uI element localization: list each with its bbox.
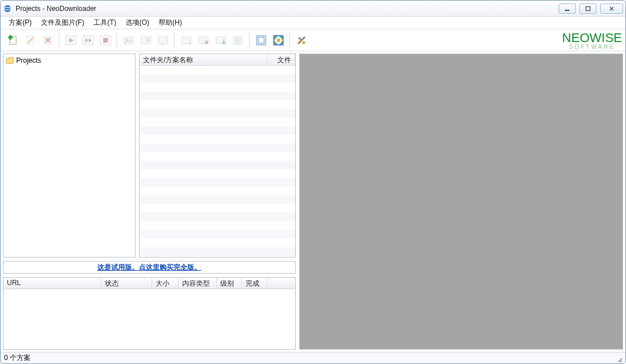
panes: Projects 文件夹/方案名称 文件 这是试用版。点这里购买完全版。 — [1, 51, 625, 352]
svg-rect-14 — [159, 37, 168, 44]
list-col-name[interactable]: 文件夹/方案名称 — [139, 54, 267, 65]
view-image-button[interactable] — [120, 32, 137, 48]
dl-col-size[interactable]: 大小 — [152, 278, 179, 289]
dl-col-ctype[interactable]: 内容类型 — [179, 278, 217, 289]
settings-button[interactable] — [293, 32, 310, 48]
export-image-button[interactable] — [213, 32, 229, 48]
dl-col-level[interactable]: 级别 — [217, 278, 242, 289]
trial-link[interactable]: 这是试用版。点这里购买完全版。 — [97, 263, 201, 272]
titlebar: Projects - NeoDownloader — [1, 1, 625, 17]
svg-rect-2 — [565, 10, 570, 11]
svg-rect-21 — [239, 41, 242, 44]
svg-point-0 — [4, 5, 11, 12]
thumbnails-button[interactable] — [230, 32, 246, 48]
menu-options[interactable]: 选项(O) — [121, 17, 154, 29]
window-controls — [559, 3, 623, 14]
svg-point-26 — [303, 41, 306, 44]
open-image-button[interactable] — [178, 32, 194, 48]
resize-grip-icon[interactable] — [614, 354, 622, 362]
browse-images-button[interactable] — [138, 32, 154, 48]
app-icon — [3, 4, 12, 13]
fullscreen-button[interactable] — [270, 32, 286, 48]
filter-button[interactable] — [253, 32, 269, 48]
downloads-pane[interactable]: URL 状态 大小 内容类型 级别 完成 — [3, 277, 296, 350]
svg-rect-10 — [103, 38, 108, 43]
menu-plan[interactable]: 方案(P) — [4, 17, 36, 29]
start-button[interactable] — [63, 32, 79, 48]
menu-help[interactable]: 帮助(H) — [154, 17, 187, 29]
delete-image-button[interactable] — [195, 32, 212, 48]
status-text: 0 个方案 — [4, 353, 31, 363]
svg-rect-20 — [234, 41, 237, 44]
menu-files[interactable]: 文件及图片(F) — [36, 17, 89, 29]
tree-root-node[interactable]: Projects — [6, 55, 133, 66]
project-tree-pane[interactable]: Projects — [3, 54, 135, 257]
slideshow-button[interactable] — [155, 32, 171, 48]
svg-rect-25 — [277, 39, 280, 42]
left-column: Projects 文件夹/方案名称 文件 这是试用版。点这里购买完全版。 — [3, 54, 296, 350]
svg-rect-3 — [586, 6, 590, 10]
list-col-file[interactable]: 文件 — [267, 54, 295, 65]
dl-col-status[interactable]: 状态 — [101, 278, 152, 289]
menubar: 方案(P) 文件及图片(F) 工具(T) 选项(O) 帮助(H) — [1, 17, 625, 29]
stop-button[interactable] — [97, 32, 114, 48]
dl-col-done[interactable]: 完成 — [242, 278, 267, 289]
list-header: 文件夹/方案名称 文件 — [139, 54, 295, 66]
preview-pane[interactable] — [299, 54, 623, 350]
tree-root-label: Projects — [16, 56, 41, 65]
window-title: Projects - NeoDownloader — [16, 5, 96, 13]
folder-icon — [6, 56, 14, 65]
svg-rect-18 — [234, 36, 237, 40]
close-button[interactable] — [600, 3, 623, 14]
downloads-header: URL 状态 大小 内容类型 级别 完成 — [3, 278, 295, 289]
menu-tools[interactable]: 工具(T) — [89, 17, 120, 29]
new-project-button[interactable] — [5, 32, 21, 48]
trial-bar: 这是试用版。点这里购买完全版。 — [3, 261, 296, 274]
edit-project-button[interactable] — [22, 32, 39, 48]
downloads-body[interactable] — [3, 289, 295, 349]
delete-project-button[interactable] — [40, 32, 56, 48]
dl-col-url[interactable]: URL — [3, 278, 101, 289]
logo-brand-text: NEOWISE — [562, 32, 622, 44]
toolbar — [1, 29, 625, 51]
maximize-button[interactable] — [579, 3, 597, 14]
main-window: Projects - NeoDownloader 方案(P) 文件及图片(F) … — [0, 0, 626, 364]
logo-sub-text: SOFTWARE — [562, 44, 622, 50]
minimize-button[interactable] — [559, 3, 576, 14]
statusbar: 0 个方案 — [1, 352, 625, 363]
upper-left-row: Projects 文件夹/方案名称 文件 — [3, 54, 296, 257]
list-pane[interactable]: 文件夹/方案名称 文件 — [139, 54, 296, 257]
list-body[interactable] — [139, 66, 295, 257]
svg-rect-23 — [258, 37, 264, 43]
svg-rect-19 — [239, 36, 242, 40]
start-all-button[interactable] — [80, 32, 96, 48]
content: NEOWISE SOFTWARE — [1, 29, 625, 352]
brand-logo: NEOWISE SOFTWARE — [562, 29, 622, 52]
